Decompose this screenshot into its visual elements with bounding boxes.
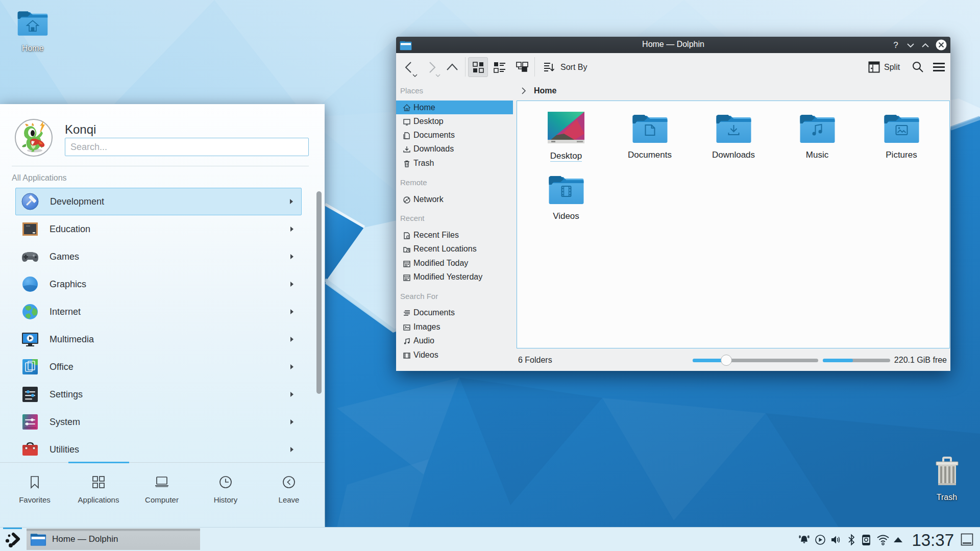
svg-text:?: ?	[893, 40, 898, 50]
